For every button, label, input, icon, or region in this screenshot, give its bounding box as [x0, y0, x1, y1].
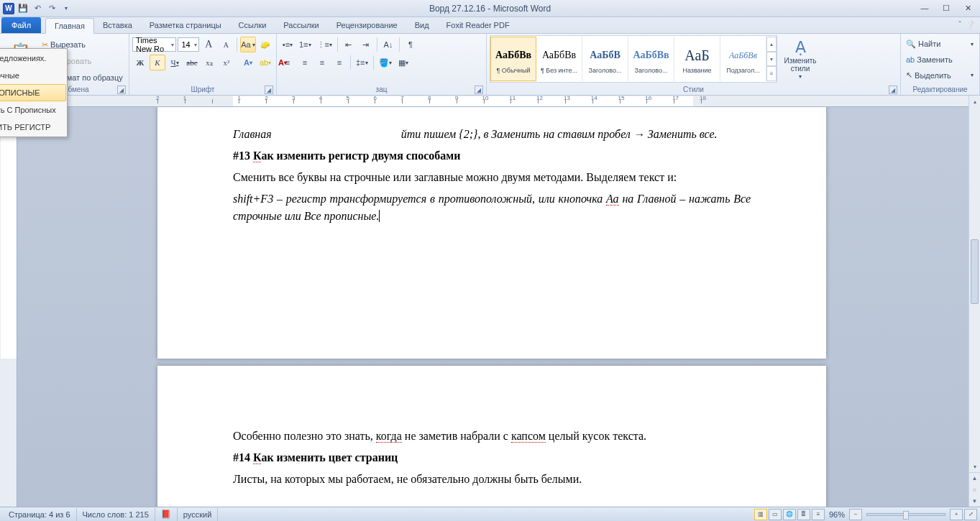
view-fullscreen[interactable]: ▭ [769, 509, 782, 520]
clear-format-button[interactable]: 🧽 [257, 37, 273, 52]
italic-button[interactable]: К [150, 55, 165, 70]
group-paragraph: •≡▾ 1≡▾ ⋮≡▾ ⇤ ⇥ A↓ ¶ ≡ ≡ ≡ ≡ ‡≡▾ 🪣▾ [277, 34, 487, 95]
find-button[interactable]: 🔍 Найти▾ [904, 37, 976, 52]
replace-button[interactable]: ab Заменить [904, 52, 976, 68]
shading-button[interactable]: 🪣▾ [377, 55, 394, 70]
text-effects-button[interactable]: A▾ [240, 55, 256, 70]
tab-pagelayout[interactable]: Разметка страницы [141, 17, 230, 33]
status-page[interactable]: Страница: 4 из 6 [3, 508, 77, 521]
grow-font-button[interactable]: A [201, 37, 216, 52]
ribbon-minimize-icon[interactable]: ˆ [958, 20, 961, 29]
sort-button[interactable]: A↓ [380, 37, 396, 52]
next-page-button[interactable]: ▼ [969, 495, 980, 507]
prev-page-button[interactable]: ▲ [969, 472, 980, 484]
vertical-ruler[interactable] [0, 107, 17, 507]
style-subtitle[interactable]: АаБбВвПодзагол... [720, 37, 766, 81]
font-launcher[interactable]: ◢ [265, 86, 273, 94]
page-canvas[interactable]: Главнаяйти пишем {2;}, в Заменить на ста… [17, 107, 968, 507]
style-gallery-more[interactable]: ≡ [766, 66, 777, 81]
increase-indent-button[interactable]: ⇥ [358, 37, 374, 52]
strike-button[interactable]: abc [184, 55, 200, 70]
tab-view[interactable]: Вид [406, 17, 438, 33]
save-icon[interactable]: 💾 [17, 3, 29, 14]
styles-launcher[interactable]: ◢ [889, 86, 897, 94]
underline-button[interactable]: Ч▾ [167, 55, 183, 70]
word-app-icon[interactable]: W [3, 3, 14, 14]
tab-review[interactable]: Рецензирование [328, 17, 406, 33]
minimize-button[interactable]: — [914, 1, 935, 15]
font-name-select[interactable]: Times New Ro [132, 37, 176, 52]
change-styles-button[interactable]: Ạ Изменить стили ▾ [779, 35, 822, 83]
subscript-button[interactable]: x₂ [201, 55, 217, 70]
style-title[interactable]: АаБНазвание [674, 37, 720, 81]
font-size-select[interactable]: 14 [178, 37, 199, 52]
menu-capitalize[interactable]: Начинать С Прописных [0, 101, 66, 119]
style-gallery-down[interactable]: ▾ [766, 52, 777, 67]
shrink-font-button[interactable]: A [218, 37, 234, 52]
tab-references[interactable]: Ссылки [230, 17, 275, 33]
redo-icon[interactable]: ↷ [46, 3, 58, 14]
undo-icon[interactable]: ↶ [32, 3, 43, 14]
style-nospacing[interactable]: АаБбВв¶ Без инте... [536, 37, 582, 81]
show-marks-button[interactable]: ¶ [403, 37, 418, 52]
zoom-fit-button[interactable]: ⤢ [964, 509, 977, 520]
menu-toggle-case[interactable]: иЗМЕНИТЬ РЕГИСТР [0, 119, 66, 136]
browse-object-button[interactable]: ○ [969, 484, 980, 495]
tab-insert[interactable]: Вставка [94, 17, 141, 33]
page-1[interactable]: Главнаяйти пишем {2;}, в Заменить на ста… [157, 107, 826, 359]
zoom-in-button[interactable]: + [950, 509, 963, 520]
zoom-slider-handle[interactable] [903, 511, 909, 520]
multilevel-button[interactable]: ⋮≡▾ [315, 37, 334, 52]
clipboard-launcher[interactable]: ◢ [117, 86, 126, 94]
doc-text: Аа [606, 193, 619, 206]
scroll-thumb[interactable] [971, 239, 979, 304]
menu-sentence-case[interactable]: Как в предложениях. [0, 50, 66, 67]
view-web[interactable]: 🌐 [783, 509, 796, 520]
status-wordcount[interactable]: Число слов: 1 215 [77, 508, 155, 521]
numbering-button[interactable]: 1≡▾ [297, 37, 313, 52]
change-case-label: Aa [241, 40, 250, 49]
zoom-out-button[interactable]: − [849, 509, 862, 520]
bullets-button[interactable]: •≡▾ [280, 37, 296, 52]
borders-button[interactable]: ▦▾ [395, 55, 411, 70]
change-case-button[interactable]: Aa▾ [240, 37, 256, 52]
highlight-button[interactable]: ab▾ [257, 55, 273, 70]
bold-button[interactable]: Ж [132, 55, 148, 70]
help-icon[interactable]: ❔ [966, 20, 976, 29]
align-justify-button[interactable]: ≡ [331, 55, 347, 70]
align-left-button[interactable]: ≡ [280, 55, 296, 70]
scroll-up-button[interactable]: ▴ [969, 96, 980, 107]
paragraph-launcher[interactable]: ◢ [475, 86, 483, 94]
status-proofing[interactable]: 📕 [155, 508, 178, 521]
decrease-indent-button[interactable]: ⇤ [341, 37, 357, 52]
align-center-button[interactable]: ≡ [297, 55, 313, 70]
style-heading1[interactable]: АаБбВЗаголово... [582, 37, 628, 81]
view-draft[interactable]: ≡ [812, 509, 825, 520]
menu-uppercase[interactable]: ВСЕ ПРОПИСНЫЕ [0, 84, 66, 101]
qat-customize-icon[interactable]: ▾ [60, 3, 72, 14]
tab-mailings[interactable]: Рассылки [275, 17, 327, 33]
horizontal-ruler[interactable]: 21123456789101112131415161718 [17, 96, 968, 107]
tab-home[interactable]: Главная [45, 18, 94, 34]
maximize-button[interactable]: ☐ [935, 1, 957, 15]
menu-lowercase[interactable]: все строчные [0, 67, 66, 84]
align-right-button[interactable]: ≡ [314, 55, 330, 70]
tab-foxit[interactable]: Foxit Reader PDF [438, 17, 518, 33]
style-normal[interactable]: АаБбВв¶ Обычный [490, 37, 536, 81]
view-print-layout[interactable]: ▥ [754, 509, 767, 520]
scroll-down-button[interactable]: ▾ [969, 461, 980, 472]
superscript-button[interactable]: x² [219, 55, 234, 70]
style-gallery-up[interactable]: ▴ [766, 37, 777, 52]
close-button[interactable]: ✕ [957, 1, 979, 15]
page-2[interactable]: Особенно полезно это знать, когда не зам… [157, 366, 826, 507]
status-language[interactable]: русский [178, 508, 218, 521]
zoom-level[interactable]: 96% [829, 510, 845, 519]
style-heading2[interactable]: АаБбВвЗаголово... [628, 37, 674, 81]
change-styles-label: Изменить стили [784, 57, 816, 73]
view-outline[interactable]: ≣ [797, 509, 810, 520]
file-tab[interactable]: Файл [1, 17, 41, 33]
select-button[interactable]: ↖ Выделить▾ [904, 68, 976, 83]
vertical-scrollbar[interactable]: ▴ ▾ ▲ ○ ▼ [968, 96, 980, 507]
line-spacing-button[interactable]: ‡≡▾ [354, 55, 370, 70]
zoom-slider[interactable] [866, 513, 945, 516]
